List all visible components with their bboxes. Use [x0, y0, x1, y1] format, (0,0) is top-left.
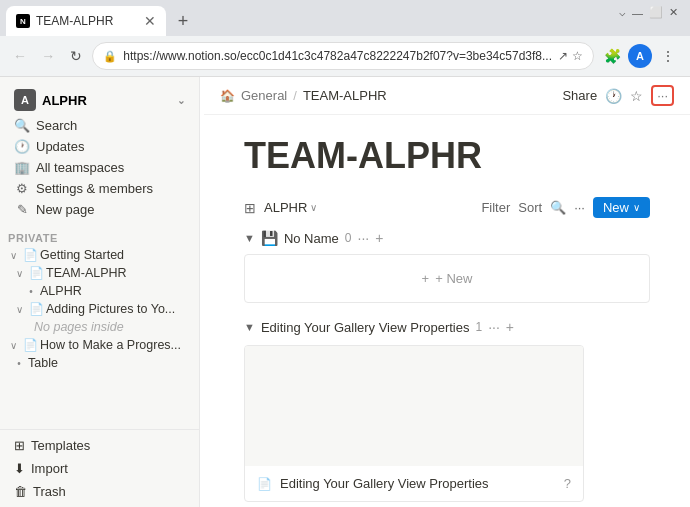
tab-favicon: N: [16, 14, 30, 28]
main-content: 🏠 General / TEAM-ALPHR Share 🕐 ☆ ··· TEA…: [204, 77, 690, 507]
sidebar-item-templates[interactable]: ⊞ Templates: [6, 434, 193, 457]
group-header-no-name: ▼ 💾 No Name 0 ··· +: [244, 230, 650, 246]
doc-icon-3: 📄: [28, 302, 44, 316]
breadcrumb: 🏠 General / TEAM-ALPHR Share 🕐 ☆ ···: [204, 77, 690, 115]
sidebar-item-settings[interactable]: ⚙ Settings & members: [6, 178, 193, 199]
doc-icon-2: 📄: [28, 266, 44, 280]
sidebar-bottom: ⊞ Templates ⬇ Import 🗑 Trash: [0, 429, 199, 507]
tree-item-no-pages: No pages inside: [0, 318, 199, 336]
chevron-progress: ∨: [6, 340, 20, 351]
address-bar[interactable]: 🔒 https://www.notion.so/ecc0c1d41c3c4782…: [92, 42, 594, 70]
settings-icon: ⚙: [14, 181, 30, 196]
breadcrumb-parent[interactable]: General: [241, 88, 287, 103]
tree-label-team-alphr: TEAM-ALPHR: [46, 266, 195, 280]
group-chevron-2[interactable]: ▼: [244, 321, 255, 333]
more-options-button[interactable]: ···: [651, 85, 674, 106]
new-row-button[interactable]: + + New: [255, 265, 639, 292]
empty-group-container: + + New: [244, 254, 650, 303]
chevron-getting-started: ∨: [6, 250, 20, 261]
trash-label: Trash: [33, 484, 66, 499]
workspace-name: ALPHR: [42, 93, 87, 108]
group-icon-1: 💾: [261, 230, 278, 246]
database-name[interactable]: ALPHR ∨: [264, 200, 317, 215]
app: A ALPHR ⌄ 🔍 Search 🕐 Updates 🏢 All teams…: [0, 77, 690, 507]
group-dots-1[interactable]: ···: [358, 230, 370, 246]
private-section-label: Private: [0, 224, 199, 246]
group-dots-2[interactable]: ···: [488, 319, 500, 335]
gallery-card-title: Editing Your Gallery View Properties: [280, 476, 489, 491]
workspace-switcher[interactable]: A ALPHR ⌄: [6, 85, 193, 115]
share-button[interactable]: Share: [562, 88, 597, 103]
chevron-adding-pictures: ∨: [12, 304, 26, 315]
new-row-icon: +: [422, 271, 430, 286]
reload-button[interactable]: ↻: [64, 42, 88, 70]
group-count-2: 1: [476, 320, 483, 334]
tab-close-button[interactable]: ✕: [144, 13, 156, 29]
profile-icon[interactable]: A: [628, 44, 652, 68]
sidebar-item-new-page[interactable]: ✎ New page: [6, 199, 193, 220]
workspace-icon: A: [14, 89, 36, 111]
new-btn-chevron-icon: ∨: [633, 202, 640, 213]
sidebar-item-updates[interactable]: 🕐 Updates: [6, 136, 193, 157]
window-controls: ⌵ — ⬜ ✕: [619, 6, 682, 19]
tree-item-getting-started[interactable]: ∨ 📄 Getting Started: [0, 246, 199, 264]
back-button[interactable]: ←: [8, 42, 32, 70]
sidebar-item-search[interactable]: 🔍 Search: [6, 115, 193, 136]
active-tab[interactable]: N TEAM-ALPHR ✕: [6, 6, 166, 36]
breadcrumb-current: TEAM-ALPHR: [303, 88, 387, 103]
tree-label-getting-started: Getting Started: [40, 248, 195, 262]
extensions-icon[interactable]: 🧩: [598, 42, 626, 70]
tree-item-adding-pictures[interactable]: ∨ 📄 Adding Pictures to Yo...: [0, 300, 199, 318]
group-chevron-1[interactable]: ▼: [244, 232, 255, 244]
browser-actions: 🧩 A ⋮: [598, 42, 682, 70]
gallery-card-footer: 📄 Editing Your Gallery View Properties ?: [245, 466, 583, 501]
breadcrumb-actions: Share 🕐 ☆ ···: [562, 85, 674, 106]
bookmark-icon[interactable]: ☆: [572, 49, 583, 63]
gallery-section: ▼ Editing Your Gallery View Properties 1…: [244, 319, 650, 502]
db-more-button[interactable]: ···: [574, 200, 585, 215]
sidebar: A ALPHR ⌄ 🔍 Search 🕐 Updates 🏢 All teams…: [0, 77, 200, 507]
group-name-1: No Name: [284, 231, 339, 246]
search-icon: 🔍: [14, 118, 30, 133]
group-plus-2[interactable]: +: [506, 319, 514, 335]
sidebar-item-trash[interactable]: 🗑 Trash: [6, 480, 193, 503]
group-header-gallery: ▼ Editing Your Gallery View Properties 1…: [244, 319, 650, 335]
new-record-button[interactable]: New ∨: [593, 197, 650, 218]
tree-item-progress[interactable]: ∨ 📄 How to Make a Progres...: [0, 336, 199, 354]
share-address-icon[interactable]: ↗: [558, 49, 568, 63]
tree-item-table[interactable]: • Table: [0, 354, 199, 372]
teamspaces-icon: 🏢: [14, 160, 30, 175]
search-db-button[interactable]: 🔍: [550, 200, 566, 215]
gallery-card-help-button[interactable]: ?: [564, 476, 571, 491]
gallery-card-icon: 📄: [257, 477, 272, 491]
database-icon: ⊞: [244, 200, 256, 216]
db-name-text: ALPHR: [264, 200, 307, 215]
clock-icon[interactable]: 🕐: [605, 88, 622, 104]
address-text: https://www.notion.so/ecc0c1d41c3c4782a4…: [123, 49, 552, 63]
group-plus-1[interactable]: +: [375, 230, 383, 246]
forward-button[interactable]: →: [36, 42, 60, 70]
sidebar-label-settings: Settings & members: [36, 181, 153, 196]
breadcrumb-separator: /: [293, 88, 297, 103]
gallery-card[interactable]: 📄 Editing Your Gallery View Properties ?: [244, 345, 584, 502]
lock-icon: 🔒: [103, 50, 117, 63]
new-page-icon: ✎: [14, 202, 30, 217]
new-row-label: + New: [435, 271, 472, 286]
sidebar-tree: ∨ 📄 Getting Started ∨ 📄 TEAM-ALPHR • ALP…: [0, 246, 199, 376]
tree-label-adding-pictures: Adding Pictures to Yo...: [46, 302, 195, 316]
browser-menu-button[interactable]: ⋮: [654, 42, 682, 70]
import-icon: ⬇: [14, 461, 25, 476]
sidebar-label-updates: Updates: [36, 139, 84, 154]
sidebar-item-import[interactable]: ⬇ Import: [6, 457, 193, 480]
star-icon[interactable]: ☆: [630, 88, 643, 104]
breadcrumb-home-icon: 🏠: [220, 89, 235, 103]
filter-button[interactable]: Filter: [481, 200, 510, 215]
tree-item-alphr[interactable]: • ALPHR: [0, 282, 199, 300]
sidebar-item-teamspaces[interactable]: 🏢 All teamspaces: [6, 157, 193, 178]
tree-item-team-alphr[interactable]: ∨ 📄 TEAM-ALPHR: [0, 264, 199, 282]
sidebar-label-search: Search: [36, 118, 77, 133]
tree-label-no-pages: No pages inside: [34, 320, 195, 334]
tab-title: TEAM-ALPHR: [36, 14, 138, 28]
sort-button[interactable]: Sort: [518, 200, 542, 215]
new-tab-button[interactable]: +: [170, 8, 196, 34]
